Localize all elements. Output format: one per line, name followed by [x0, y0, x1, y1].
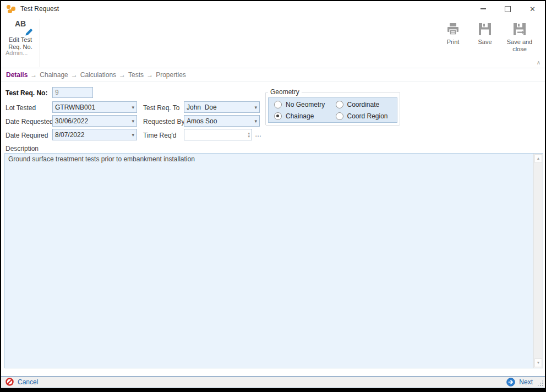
window-controls: ✕	[471, 1, 545, 17]
time-spinner: ▴ ▾	[248, 130, 250, 139]
print-icon	[439, 21, 467, 36]
ribbon-group-label: Admin...	[6, 50, 28, 56]
scroll-down-icon[interactable]: ▼	[534, 358, 542, 367]
next-arrow-icon	[506, 378, 515, 386]
breadcrumb-step-details[interactable]: Details	[6, 71, 28, 79]
ribbon-separator	[40, 19, 40, 67]
save-and-close-button[interactable]: Save and close	[503, 21, 536, 53]
radio-icon	[336, 112, 343, 120]
app-icon	[6, 4, 15, 13]
date-required-dropdown[interactable]: 8/07/2022 ▾	[52, 129, 137, 140]
print-button[interactable]: Print	[439, 21, 467, 46]
spinner-down-icon[interactable]: ▾	[248, 135, 250, 138]
lot-tested-label: Lot Tested	[6, 104, 36, 112]
admin-ribbon-group: AB Edit Test Req. No. Admin...	[1, 17, 40, 58]
breadcrumb-arrow-icon: →	[146, 71, 153, 79]
close-button[interactable]: ✕	[520, 1, 545, 17]
date-requested-label: Date Requested	[6, 118, 53, 126]
details-form: Test Req. No: 9 Lot Tested GTRWNB001 ▾ T…	[1, 82, 545, 376]
lot-tested-dropdown[interactable]: GTRWNB001 ▾	[52, 101, 137, 113]
time-reqd-label: Time Req'd	[143, 132, 177, 139]
maximize-icon	[505, 6, 511, 12]
window-title: Test Request	[20, 5, 59, 13]
radio-coord-region[interactable]: Coord Region	[336, 112, 397, 120]
breadcrumb-step-calculations[interactable]: Calculations	[80, 71, 116, 79]
geometry-panel: No Geometry Coordinate Chainage Coord Re…	[268, 97, 397, 123]
radio-chainage[interactable]: Chainage	[274, 112, 336, 120]
description-textarea[interactable]: Ground surface treatment tests prior to …	[4, 153, 543, 368]
chevron-down-icon: ▾	[132, 105, 134, 110]
radio-icon	[274, 101, 282, 108]
date-required-label: Date Required	[6, 132, 48, 139]
time-reqd-input[interactable]: ▴ ▾	[184, 129, 252, 140]
next-label: Next	[519, 378, 533, 386]
test-req-to-label: Test Req. To	[143, 104, 179, 112]
save-and-close-icon	[503, 21, 536, 36]
print-label: Print	[439, 39, 467, 46]
save-label: Save	[471, 39, 499, 46]
pencil-icon	[25, 28, 33, 36]
cancel-button[interactable]: Cancel	[6, 378, 38, 386]
breadcrumb-step-tests[interactable]: Tests	[128, 71, 144, 79]
breadcrumb-arrow-icon: →	[30, 71, 37, 79]
date-requested-dropdown[interactable]: 30/06/2022 ▾	[52, 115, 137, 127]
chevron-down-icon: ▾	[254, 118, 257, 124]
wizard-breadcrumb: Details → Chainage → Calculations → Test…	[1, 68, 545, 82]
description-label: Description	[6, 145, 39, 153]
minimize-button[interactable]	[471, 1, 495, 17]
breadcrumb-step-chainage[interactable]: Chainage	[40, 71, 68, 79]
statusbar: Cancel Next	[1, 376, 545, 388]
cancel-prohibition-icon	[6, 378, 14, 386]
titlebar: Test Request ✕	[1, 1, 545, 17]
geometry-groupbox: Geometry No Geometry Coordinate Chainage…	[265, 88, 400, 126]
ribbon-right-buttons: Print Save	[435, 21, 536, 53]
edit-test-req-no-button[interactable]: AB Edit Test Req. No.	[3, 19, 37, 51]
edit-ab-icon: AB	[11, 19, 30, 35]
time-ellipsis-button[interactable]: …	[255, 130, 262, 138]
breadcrumb-arrow-icon: →	[119, 71, 125, 79]
test-req-to-dropdown[interactable]: John Doe ▾	[184, 101, 260, 113]
test-req-no-label: Test Req. No:	[6, 89, 47, 97]
radio-coordinate[interactable]: Coordinate	[336, 101, 397, 108]
edit-button-label: Edit Test Req. No.	[3, 36, 37, 51]
test-req-no-input[interactable]: 9	[52, 87, 93, 98]
scroll-up-icon[interactable]: ▲	[534, 154, 542, 163]
cancel-label: Cancel	[18, 378, 38, 386]
save-button[interactable]: Save	[471, 21, 499, 46]
requested-by-label: Requested By	[143, 118, 184, 126]
requested-by-dropdown[interactable]: Amos Soo ▾	[184, 115, 260, 127]
save-and-close-label: Save and close	[503, 39, 536, 53]
resize-grip[interactable]	[538, 380, 543, 386]
test-request-window: Test Request ✕ AB Edit Test Req. No. Adm…	[1, 1, 545, 388]
close-icon: ✕	[529, 6, 536, 13]
ribbon-toolbar: AB Edit Test Req. No. Admin...	[1, 17, 545, 68]
breadcrumb-step-properties[interactable]: Properties	[156, 71, 186, 79]
chevron-down-icon: ▾	[254, 105, 257, 110]
chevron-down-icon: ▾	[132, 118, 134, 124]
next-button[interactable]: Next	[506, 378, 533, 386]
radio-no-geometry[interactable]: No Geometry	[274, 101, 336, 108]
collapse-ribbon-chevron-icon[interactable]: ∧	[537, 59, 540, 66]
radio-icon	[336, 101, 343, 108]
breadcrumb-arrow-icon: →	[71, 71, 78, 79]
radio-icon	[274, 112, 282, 120]
geometry-legend: Geometry	[268, 88, 302, 96]
maximize-button[interactable]	[495, 1, 520, 17]
minimize-icon	[481, 8, 486, 9]
description-scrollbar[interactable]: ▲ ▼	[533, 154, 543, 368]
save-icon	[471, 21, 499, 36]
chevron-down-icon: ▾	[132, 132, 134, 138]
